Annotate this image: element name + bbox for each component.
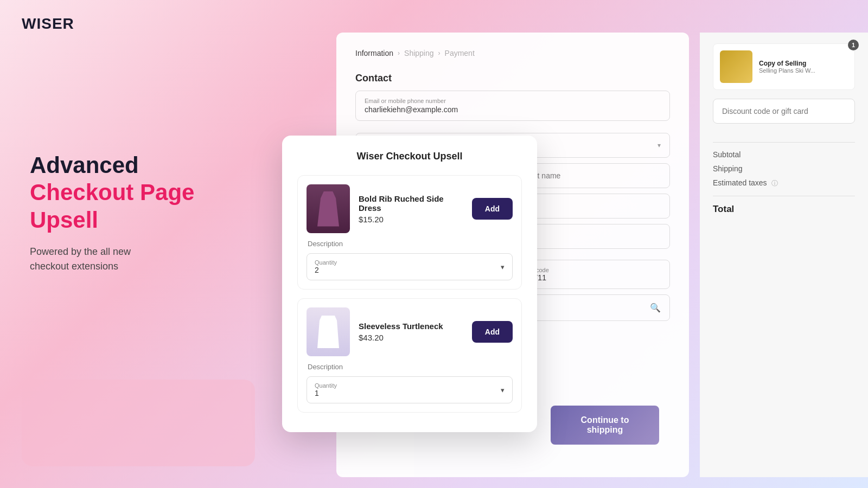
hero-title: Advanced Checkout Page Upsell: [30, 152, 258, 234]
upsell-quantity-dropdown-2[interactable]: Quantity 1 ▾: [307, 376, 513, 403]
upsell-product-1-price: $15.20: [359, 215, 463, 224]
upsell-product-2-top: Sleeveless Turtleneck $43.20 Add: [307, 307, 513, 356]
breadcrumb-step-information[interactable]: Information: [355, 49, 393, 57]
breadcrumb-step-payment[interactable]: Payment: [445, 49, 475, 57]
order-sidebar: Copy of Selling Selling Plans Ski W... 1…: [700, 33, 868, 477]
total-line: Total: [713, 204, 855, 215]
chevron-down-icon: ▾: [658, 142, 661, 149]
sidebar-product-card: Copy of Selling Selling Plans Ski W... 1: [713, 43, 855, 90]
upsell-product-1-info: Bold Rib Ruched Side Dress $15.20: [359, 194, 463, 224]
shipping-label: Shipping: [713, 164, 743, 173]
subtotal-label: Subtotal: [713, 150, 741, 159]
upsell-add-button-2[interactable]: Add: [472, 321, 513, 343]
upsell-product-1-image: [307, 184, 350, 233]
upsell-title: Wiser Checkout Upsell: [297, 151, 522, 162]
decoration-rectangle: [22, 380, 255, 466]
taxes-info-icon: ⓘ: [771, 179, 778, 187]
product-badge: 1: [848, 40, 859, 50]
taxes-label: Estimated taxes ⓘ: [713, 178, 778, 188]
quantity-chevron-2: ▾: [501, 386, 505, 394]
breadcrumb: Information › Shipping › Payment: [355, 49, 670, 57]
upsell-add-button-1[interactable]: Add: [472, 198, 513, 220]
product-subname: Selling Plans Ski W...: [759, 67, 848, 74]
last-name-field[interactable]: [516, 163, 670, 188]
quantity-chevron-1: ▾: [501, 263, 505, 271]
upsell-product-2-info: Sleeveless Turtleneck $43.20: [359, 322, 463, 342]
continue-to-shipping-button[interactable]: Continue to shipping: [551, 406, 659, 445]
breadcrumb-sep-1: ›: [398, 49, 400, 57]
product-name: Copy of Selling: [759, 60, 848, 67]
upsell-product-2-description: Description: [307, 363, 513, 371]
contact-heading: Contact: [355, 73, 670, 84]
shipping-line: Shipping: [713, 164, 855, 173]
hero-subtitle: Powered by the all new checkout extensio…: [30, 245, 258, 274]
subtotal-line: Subtotal: [713, 150, 855, 159]
summary-divider-1: [713, 142, 855, 143]
upsell-product-2: Sleeveless Turtleneck $43.20 Add Descrip…: [297, 298, 522, 413]
hero-section: Advanced Checkout Page Upsell Powered by…: [30, 152, 258, 274]
turtleneck-silhouette: [317, 316, 339, 348]
upsell-product-2-price: $43.20: [359, 333, 463, 342]
brand-logo: WISER: [22, 15, 74, 33]
product-info: Copy of Selling Selling Plans Ski W...: [759, 60, 848, 74]
search-icon[interactable]: 🔍: [650, 303, 661, 313]
upsell-quantity-dropdown-1[interactable]: Quantity 2 ▾: [307, 253, 513, 280]
product-thumbnail: [720, 50, 752, 83]
upsell-product-2-image: [307, 307, 350, 356]
upsell-product-1-top: Bold Rib Ruched Side Dress $15.20 Add: [307, 184, 513, 233]
upsell-product-1: Bold Rib Ruched Side Dress $15.20 Add De…: [297, 175, 522, 290]
upsell-modal: Wiser Checkout Upsell Bold Rib Ruched Si…: [282, 136, 537, 432]
upsell-product-1-description: Description: [307, 240, 513, 248]
upsell-product-1-name: Bold Rib Ruched Side Dress: [359, 194, 463, 213]
email-field[interactable]: Email or mobile phone number charliekieh…: [355, 91, 670, 121]
dress-silhouette: [317, 191, 339, 227]
taxes-line: Estimated taxes ⓘ: [713, 178, 855, 188]
upsell-product-2-name: Sleeveless Turtleneck: [359, 322, 463, 331]
discount-input[interactable]: [713, 99, 855, 124]
zip-field[interactable]: ZIP code 82711: [516, 260, 670, 289]
summary-divider-2: [713, 196, 855, 196]
breadcrumb-sep-2: ›: [438, 49, 441, 57]
breadcrumb-step-shipping[interactable]: Shipping: [404, 49, 434, 57]
total-label: Total: [713, 204, 734, 215]
